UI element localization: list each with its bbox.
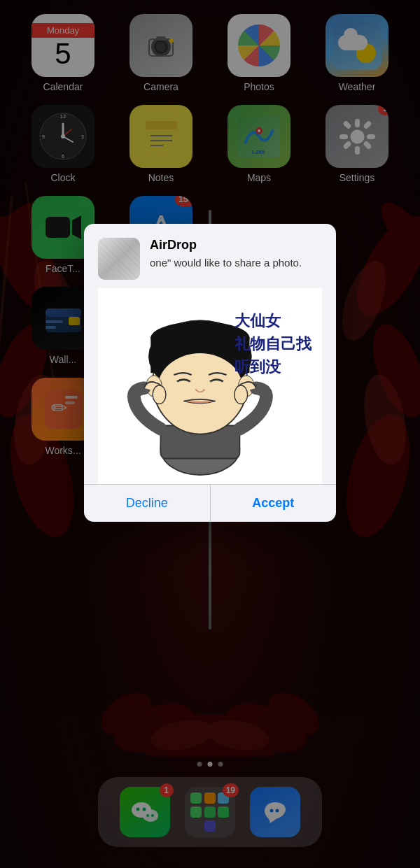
accept-button[interactable]: Accept	[211, 485, 337, 522]
meme-text-overlay: 大仙女 礼物自己找 听到没	[234, 309, 312, 378]
dialog-buttons: Decline Accept	[84, 484, 336, 522]
airdrop-dialog: AirDrop one" would like to share a photo…	[84, 224, 336, 522]
airdrop-title: AirDrop	[150, 238, 322, 252]
decline-button[interactable]: Decline	[84, 485, 211, 522]
meme-line-1: 大仙女	[234, 309, 312, 332]
svg-point-94	[234, 385, 248, 404]
dialog-image: 大仙女 礼物自己找 听到没	[98, 288, 322, 484]
thumbnail-sketch	[98, 238, 140, 280]
dialog-text-block: AirDrop one" would like to share a photo…	[150, 238, 322, 270]
svg-point-93	[153, 385, 166, 404]
meme-line-2: 礼物自己找	[234, 332, 312, 355]
meme-line-3: 听到没	[234, 355, 312, 378]
svg-point-90	[158, 353, 243, 426]
airdrop-thumbnail	[98, 238, 140, 280]
dialog-header: AirDrop one" would like to share a photo…	[98, 238, 322, 280]
airdrop-message: one" would like to share a photo.	[150, 255, 322, 270]
dialog-body: AirDrop one" would like to share a photo…	[84, 224, 336, 484]
